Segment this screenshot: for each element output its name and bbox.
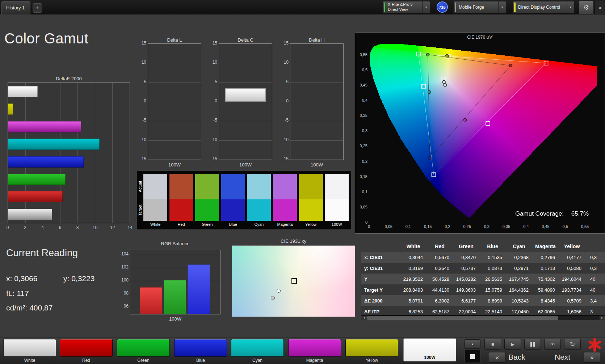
cie1976-panel: CIE 1976 u'v' 00,050,10,150,20,250,30,35… [355, 33, 605, 234]
axis-tick-label: 98 [124, 291, 129, 296]
play-button[interactable]: ▶ [504, 339, 521, 350]
axis-tick-label: 14 [127, 225, 132, 230]
measured-point [277, 289, 281, 293]
swatch-actual-yellow [299, 174, 323, 199]
axis-tick-label: -15 [282, 156, 289, 161]
table-cell: 6,3002 [427, 298, 453, 304]
pattern-button-label: Cyan [231, 358, 284, 363]
table-row: y: CIE310,31690,36400,57370,08730,29710,… [361, 263, 605, 274]
table-row: Y219,352250,4528145,028226,5635167,47457… [361, 274, 605, 284]
axis-tick-label: 15 [213, 41, 217, 46]
table-cell: 15,0759 [479, 287, 506, 293]
gamut-coverage-label: Gamut Coverage: [515, 210, 564, 217]
meter-status-indicator [384, 3, 385, 12]
axis-tick-label: 5 [215, 79, 217, 84]
stop-button[interactable]: ■ [484, 339, 501, 350]
axis-tick-label: 0 [286, 98, 289, 103]
axis-tick-label: -5 [142, 118, 146, 123]
swatch-actual-red [169, 174, 193, 199]
axis-tick-label: 0,3 [356, 128, 367, 133]
axis-tick-label: 10 [213, 60, 217, 65]
pattern-button-yellow[interactable]: Yellow [345, 338, 398, 364]
app-window: History 1 + X-Rite i1Pro 3 Direct View ▼… [0, 0, 605, 364]
rgb-balance-title: RGB Balance [130, 241, 220, 246]
meter-dropdown[interactable]: X-Rite i1Pro 3 Direct View ▼ [382, 1, 430, 13]
refresh-icon: ↻ [570, 340, 575, 348]
axis-tick-label: 0,15 [424, 224, 432, 229]
settings-button[interactable]: ⚙ [579, 1, 594, 14]
table-row-label: x: CIE31 [361, 255, 400, 260]
table-cell: 0,4177 [559, 255, 585, 260]
axis-tick-label: 0,05 [356, 205, 367, 209]
pattern-window-button[interactable] [465, 350, 480, 363]
back-step-button[interactable]: « [489, 352, 505, 363]
next-button[interactable]: Next [555, 353, 570, 361]
pattern-button-label: Yellow [345, 358, 398, 363]
pattern-button-red[interactable]: Red [60, 338, 113, 364]
table-horizontal-scrollbar[interactable]: ◄ ► [361, 315, 605, 320]
table-cell-partial: 0,3 [585, 255, 605, 260]
scroll-right-icon[interactable]: ► [600, 316, 605, 320]
pattern-button-blue[interactable]: Blue [174, 338, 227, 364]
chevron-down-icon: ▼ [498, 1, 506, 13]
color-swatch [345, 339, 398, 357]
pattern-button-100w[interactable]: 100W [403, 338, 456, 361]
stop-icon: ■ [491, 342, 494, 347]
actual-target-swatch-strip: Actual Target WhiteRedGreenBlueCyanMagen… [137, 171, 351, 229]
source-status-indicator [455, 3, 456, 12]
pattern-button-green[interactable]: Green [117, 338, 170, 364]
gridline [290, 82, 343, 83]
refresh-button[interactable]: ↻ [564, 339, 581, 350]
rgb-bar-green [164, 280, 186, 314]
scrollbar-thumb[interactable] [367, 316, 558, 320]
table-row-label: ΔE ITP [361, 309, 400, 314]
rgb-bar-blue [188, 264, 210, 314]
table-cell: 0,5080 [559, 266, 585, 271]
table-header-cyan: Cyan [506, 244, 532, 249]
scroll-left-icon[interactable]: ◄ [361, 316, 367, 320]
current-reading-title: Current Reading [6, 247, 78, 259]
pattern-button-label: Red [60, 358, 113, 363]
table-cell: 0,5670 [427, 255, 453, 260]
swatch-label: 100W [325, 222, 349, 227]
table-cell: 62,5187 [427, 309, 453, 314]
axis-tick-label: 0 [7, 225, 9, 230]
pause-button[interactable] [524, 339, 541, 350]
chevron-down-icon: ▼ [567, 1, 574, 13]
table-cell: 193,7734 [559, 287, 585, 293]
swatch-actual-magenta [273, 174, 297, 199]
axis-tick-label: 0,5 [563, 224, 568, 229]
swatch-target-blue [221, 199, 245, 221]
next-step-button[interactable]: » [584, 352, 600, 363]
gridline [130, 255, 220, 255]
table-cell: 194,6044 [559, 276, 585, 282]
pattern-button-label: 100W [404, 355, 456, 360]
reading-y: y: 0,3223 [63, 274, 94, 283]
add-tab-button[interactable]: + [33, 3, 42, 13]
table-cell-partial: 40 [585, 276, 605, 282]
gridline [95, 83, 95, 223]
axis-tick-label: -5 [285, 118, 289, 123]
pattern-button-magenta[interactable]: Magenta [288, 338, 341, 364]
meter-count-badge[interactable]: 716 [437, 1, 448, 13]
pattern-button-cyan[interactable]: Cyan [231, 338, 284, 364]
source-name: Mobile Forge [459, 5, 498, 10]
swatch-label: Yellow [299, 222, 323, 227]
axis-tick-label: 4 [41, 225, 44, 230]
reading-cdm2: cd/m²: 400,87 [6, 304, 52, 312]
pattern-button-white[interactable]: White [3, 338, 56, 364]
axis-tick-label: 12 [110, 225, 115, 230]
level-up-button[interactable]: ▲ [465, 339, 480, 349]
axis-tick-label: 0 [215, 98, 217, 103]
page-title: Color Gamut [4, 30, 88, 47]
collapse-panel-button[interactable]: ◀ [595, 1, 605, 14]
continuous-measure-button[interactable]: ∞ [544, 339, 561, 350]
gridline [148, 140, 201, 141]
pattern-source-dropdown[interactable]: Mobile Forge ▼ [453, 1, 506, 13]
back-button[interactable]: Back [508, 353, 525, 361]
plus-icon: + [36, 4, 39, 10]
display-control-dropdown[interactable]: Direct Display Control ▼ [513, 1, 575, 13]
axis-tick-label: 5 [286, 79, 289, 84]
tab-history-1[interactable]: History 1 [1, 1, 30, 14]
color-swatch [231, 339, 284, 357]
